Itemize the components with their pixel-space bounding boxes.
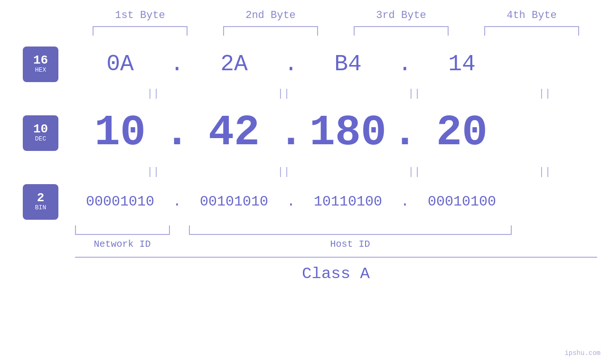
equal-row-2: || || || || [88, 164, 610, 180]
byte2-header: 2nd Byte [218, 9, 323, 21]
bin-dot2: . [287, 194, 295, 210]
eq2-1: || [106, 166, 201, 178]
hex-byte3: B4 [300, 51, 395, 77]
hex-row: 16 HEX 0A . 2A . B4 . 14 [0, 43, 610, 85]
dec-values: 10 . 42 . 180 . 20 [58, 109, 610, 157]
hex-dot2: . [284, 51, 298, 77]
hex-badge-number: 16 [33, 54, 48, 66]
dec-byte3: 180 [300, 109, 395, 157]
eq2-2: || [236, 166, 331, 178]
eq2-3: || [367, 166, 462, 178]
bin-byte4: 00010100 [414, 194, 509, 210]
bin-badge-number: 2 [37, 192, 45, 204]
bottom-bracket-net [75, 225, 170, 235]
hex-badge-name: HEX [35, 66, 46, 74]
bin-dot1: . [173, 194, 181, 210]
id-labels: Network ID Host ID [75, 239, 597, 250]
dec-dot2: . [278, 109, 304, 157]
bin-row: 2 BIN 00001010 . 00101010 . 10110100 . 0… [0, 180, 610, 223]
dec-byte4: 20 [414, 109, 509, 157]
hex-badge: 16 HEX [23, 47, 58, 82]
hex-values: 0A . 2A . B4 . 14 [58, 51, 610, 77]
eq2-4: || [497, 166, 592, 178]
bottom-bracket-host [189, 225, 512, 235]
top-bracket-4 [484, 26, 579, 36]
top-bracket-2 [223, 26, 318, 36]
top-brackets [75, 26, 597, 36]
main-container: 1st Byte 2nd Byte 3rd Byte 4th Byte 16 H… [0, 0, 610, 364]
hex-byte2: 2A [187, 51, 282, 77]
hex-byte1: 0A [73, 51, 168, 77]
eq1-1: || [106, 88, 201, 100]
hex-byte4: 14 [414, 51, 509, 77]
top-bracket-1 [93, 26, 188, 36]
hex-dot3: . [398, 51, 412, 77]
watermark: ipshu.com [564, 349, 601, 357]
bin-dot3: . [401, 194, 409, 210]
byte4-header: 4th Byte [479, 9, 584, 21]
byte-headers: 1st Byte 2nd Byte 3rd Byte 4th Byte [75, 9, 597, 21]
dec-dot3: . [392, 109, 418, 157]
hex-dot1: . [170, 51, 184, 77]
dec-row: 10 DEC 10 . 42 . 180 . 20 [0, 102, 610, 164]
eq1-2: || [236, 88, 331, 100]
dec-byte2: 42 [187, 109, 282, 157]
class-label: Class A [302, 265, 370, 283]
network-id-label: Network ID [75, 239, 170, 250]
dec-badge-number: 10 [33, 123, 48, 135]
dec-dot1: . [164, 109, 190, 157]
spacer2 [170, 239, 189, 250]
dec-badge: 10 DEC [23, 115, 58, 151]
dec-byte1: 10 [73, 109, 168, 157]
class-row: Class A [75, 257, 597, 283]
bin-byte2: 00101010 [187, 194, 282, 210]
bin-badge-name: BIN [35, 204, 46, 212]
bin-badge: 2 BIN [23, 184, 58, 220]
eq1-3: || [367, 88, 462, 100]
equal-row-1: || || || || [88, 85, 610, 102]
host-id-label: Host ID [189, 239, 512, 250]
bin-values: 00001010 . 00101010 . 10110100 . 0001010… [58, 194, 610, 210]
bottom-brackets-row [75, 225, 597, 235]
dec-badge-name: DEC [35, 135, 46, 143]
eq1-4: || [497, 88, 592, 100]
bin-byte3: 10110100 [300, 194, 395, 210]
byte1-header: 1st Byte [88, 9, 192, 21]
top-bracket-3 [354, 26, 449, 36]
byte3-header: 3rd Byte [349, 9, 453, 21]
bin-byte1: 00001010 [73, 194, 168, 210]
